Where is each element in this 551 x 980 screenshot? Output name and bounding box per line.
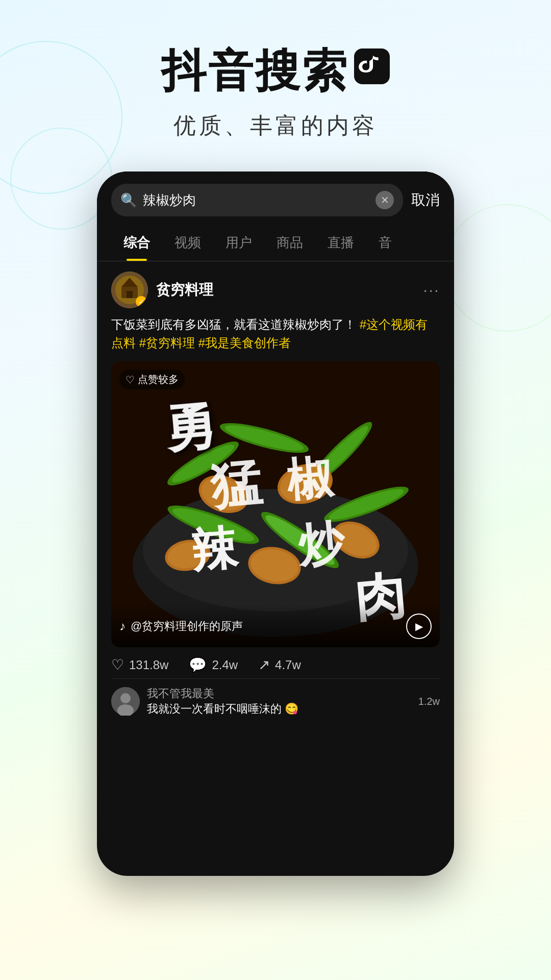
badge-text: 点赞较多 (138, 373, 179, 386)
comments-value: 2.4w (212, 658, 238, 672)
post-text: 下饭菜到底有多凶猛，就看这道辣椒炒肉了！ #这个视频有点料 #贫穷料理 #我是美… (111, 315, 440, 352)
tab-sound[interactable]: 音 (366, 229, 404, 261)
cancel-button[interactable]: 取消 (411, 190, 440, 210)
header-section: 抖音搜索 优质、丰富的内容 (0, 0, 551, 161)
video-badge: ♡ 点赞较多 (119, 370, 185, 389)
verified-badge: ✓ (136, 296, 147, 307)
app-title: 抖音搜索 (161, 41, 349, 102)
shares-value: 4.7w (275, 658, 301, 672)
likes-value: 131.8w (129, 658, 168, 672)
username: 贫穷料理 (156, 280, 213, 300)
comment-row: 我不管我最美 我就没一次看时不咽唾沫的 😋 1.2w (111, 686, 440, 717)
play-icon: ▶ (415, 620, 423, 632)
tab-live[interactable]: 直播 (315, 229, 366, 261)
title-row: 抖音搜索 (0, 41, 551, 102)
user-info: ✓ 贫穷料理 (111, 272, 213, 308)
music-note-icon: ♪ (119, 619, 126, 633)
tiktok-logo-icon (354, 48, 390, 84)
tab-comprehensive[interactable]: 综合 (111, 229, 162, 261)
video-container[interactable]: ♡ 点赞较多 (111, 361, 440, 647)
badge-heart-icon: ♡ (126, 374, 135, 386)
clear-icon: ✕ (381, 194, 389, 206)
tab-video[interactable]: 视频 (162, 229, 213, 261)
svg-text:勇: 勇 (162, 397, 218, 458)
comments-section: 我不管我最美 我就没一次看时不咽唾沫的 😋 1.2w (111, 679, 440, 717)
clear-button[interactable]: ✕ (375, 191, 394, 209)
engagement-bar: ♡ 131.8w 💬 2.4w ↗ 4.7w (111, 647, 440, 679)
post-main-text: 下饭菜到底有多凶猛，就看这道辣椒炒肉了！ (111, 317, 356, 331)
share-icon: ↗ (258, 656, 270, 673)
play-button[interactable]: ▶ (406, 614, 432, 639)
sound-bar: ♪ @贫穷料理创作的原声 ▶ (111, 603, 440, 647)
search-query: 辣椒炒肉 (143, 191, 369, 209)
more-options-button[interactable]: ··· (423, 281, 440, 300)
tabs-bar: 综合 视频 用户 商品 直播 音 (97, 220, 454, 261)
svg-text:炒: 炒 (295, 517, 348, 572)
svg-text:椒: 椒 (284, 452, 337, 506)
comment-content: 我不管我最美 我就没一次看时不咽唾沫的 😋 (147, 686, 411, 717)
avatar: ✓ (111, 272, 148, 308)
svg-point-38 (120, 693, 131, 703)
svg-text:辣: 辣 (189, 523, 241, 577)
user-card: ✓ 贫穷料理 ··· (111, 272, 440, 308)
comments-count[interactable]: 💬 2.4w (189, 656, 238, 673)
content-area: ✓ 贫穷料理 ··· 下饭菜到底有多凶猛，就看这道辣椒炒肉了！ #这个视频有点料… (97, 261, 454, 732)
likes-count[interactable]: ♡ 131.8w (111, 656, 168, 673)
commenter-avatar (111, 687, 140, 716)
sound-info: ♪ @贫穷料理创作的原声 (119, 619, 243, 634)
commenter-name: 我不管我最美 (147, 686, 411, 701)
tab-product[interactable]: 商品 (264, 229, 315, 261)
shares-count[interactable]: ↗ 4.7w (258, 656, 301, 673)
phone-wrapper: 🔍 辣椒炒肉 ✕ 取消 综合 视频 用户 商品 直播 (0, 172, 551, 876)
svg-text:猛: 猛 (208, 455, 265, 516)
comment-likes: 1.2w (418, 696, 440, 707)
search-input-wrapper[interactable]: 🔍 辣椒炒肉 ✕ (111, 184, 403, 216)
subtitle-text: 优质、丰富的内容 (0, 111, 551, 141)
search-icon: 🔍 (120, 192, 137, 208)
svg-rect-5 (127, 291, 133, 298)
sound-text: @贫穷料理创作的原声 (131, 619, 243, 634)
search-bar-area: 🔍 辣椒炒肉 ✕ 取消 (97, 172, 454, 216)
tab-user[interactable]: 用户 (213, 229, 264, 261)
comment-text: 我就没一次看时不咽唾沫的 😋 (147, 701, 411, 717)
heart-icon: ♡ (111, 656, 124, 673)
phone-frame: 🔍 辣椒炒肉 ✕ 取消 综合 视频 用户 商品 直播 (97, 172, 454, 876)
comment-icon: 💬 (189, 656, 207, 673)
